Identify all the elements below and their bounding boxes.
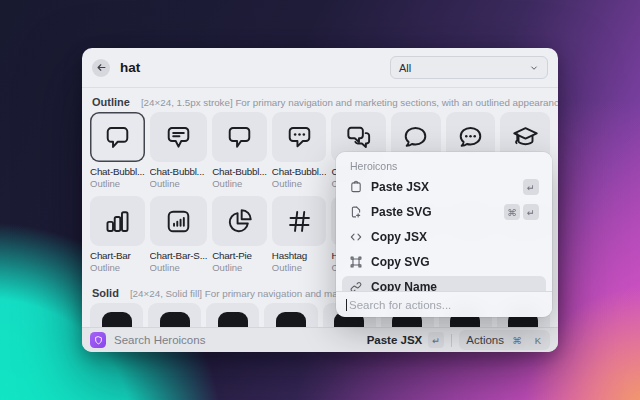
key-badge: ↵ xyxy=(523,179,539,195)
icon-result[interactable]: Chart-PieOutline xyxy=(212,196,267,273)
menu-item-label: Copy SVG xyxy=(371,255,430,269)
icon-name: Chart-Pie xyxy=(212,250,267,261)
clipboard-icon xyxy=(349,180,363,194)
app-name: Search Heroicons xyxy=(114,334,205,346)
section-header: Outline[24×24, 1.5px stroke] For primary… xyxy=(92,96,548,108)
actions-search-input[interactable] xyxy=(349,299,542,311)
clipboard-icon xyxy=(349,180,363,194)
icon-style: Outline xyxy=(90,178,145,189)
chevron-down-icon xyxy=(529,63,539,73)
search-input[interactable] xyxy=(120,60,380,75)
selection-frame-icon xyxy=(349,255,363,269)
icon-style: Outline xyxy=(272,262,327,273)
enter-key-badge: ↵ xyxy=(428,332,444,348)
text-caret xyxy=(346,299,347,311)
chat-bubble-bottom-center-text-icon xyxy=(164,123,193,152)
key-badge: ↵ xyxy=(523,204,539,220)
icon-style: Outline xyxy=(212,262,267,273)
key-badge: ⌘ xyxy=(504,204,520,220)
actions-button[interactable]: Actions ⌘ K xyxy=(459,330,550,350)
icon-name: Chat-Bubbl... xyxy=(90,166,145,177)
cmd-key-badge: ⌘ xyxy=(509,332,525,348)
chat-bubble-left-right-icon xyxy=(344,123,373,152)
actions-menu: Heroicons Paste JSX↵Paste SVG⌘↵Copy JSXC… xyxy=(336,152,552,317)
actions-menu-list: Heroicons Paste JSX↵Paste SVG⌘↵Copy JSXC… xyxy=(336,152,552,291)
icon-result[interactable]: Chat-Bubbl...Outline xyxy=(90,112,145,189)
k-key-badge: K xyxy=(530,332,546,348)
solid-icon-shape xyxy=(102,312,132,327)
filter-dropdown[interactable]: All xyxy=(390,56,548,79)
raycast-window: All Outline[24×24, 1.5px stroke] For pri… xyxy=(82,48,558,352)
icon-name: Chat-Bubbl... xyxy=(272,166,327,177)
icon-style: Outline xyxy=(150,262,208,273)
icon-style: Outline xyxy=(150,178,208,189)
section-meta: [24×24, 1.5px stroke] For primary naviga… xyxy=(141,97,558,108)
menu-item-copy-jsx[interactable]: Copy JSX xyxy=(342,226,546,248)
chat-bubble-left-ellipsis-icon xyxy=(285,123,314,152)
document-plus-icon xyxy=(349,205,363,219)
menu-item-label: Paste SVG xyxy=(371,205,432,219)
actions-search-row xyxy=(336,291,552,317)
icon-result[interactable]: Chat-Bubbl...Outline xyxy=(212,112,267,189)
icon-result[interactable]: Chat-Bubbl...Outline xyxy=(272,112,327,189)
icon-result[interactable] xyxy=(90,303,143,327)
menu-item-label: Paste JSX xyxy=(371,180,429,194)
menu-item-paste-svg[interactable]: Paste SVG⌘↵ xyxy=(342,201,546,223)
menu-item-label: Copy JSX xyxy=(371,230,427,244)
icon-result[interactable] xyxy=(206,303,259,327)
menu-section-header: Heroicons xyxy=(350,160,538,172)
actions-label: Actions xyxy=(466,334,504,346)
selection-frame-icon xyxy=(349,255,363,269)
hashtag-icon xyxy=(285,207,314,236)
academic-cap-icon xyxy=(511,123,540,152)
status-bar-actions: Paste JSX ↵ Actions ⌘ K xyxy=(367,330,550,350)
chart-pie-icon xyxy=(225,207,254,236)
primary-action-button[interactable]: Paste JSX ↵ xyxy=(367,332,445,348)
link-icon xyxy=(349,280,363,291)
icon-name: Chart-Bar-S... xyxy=(150,250,208,261)
icon-name: Hashtag xyxy=(272,250,327,261)
chat-bubble-oval-left-ellipsis-icon xyxy=(456,123,485,152)
filter-value: All xyxy=(399,62,411,74)
section-title: Solid xyxy=(92,287,119,299)
solid-icon-shape xyxy=(160,312,190,327)
code-bracket-icon xyxy=(349,230,363,244)
solid-icon-shape xyxy=(276,312,306,327)
section-title: Outline xyxy=(92,96,130,108)
back-button[interactable] xyxy=(92,59,110,77)
chart-bar-square-icon xyxy=(164,207,193,236)
shield-icon xyxy=(93,335,104,346)
chat-bubble-oval-left-icon xyxy=(401,123,430,152)
code-bracket-icon xyxy=(349,230,363,244)
link-icon xyxy=(349,280,363,291)
icon-style: Outline xyxy=(90,262,145,273)
icon-style: Outline xyxy=(272,178,327,189)
icon-result[interactable]: HashtagOutline xyxy=(272,196,327,273)
icon-result[interactable] xyxy=(264,303,317,327)
icon-style: Outline xyxy=(212,178,267,189)
primary-action-label: Paste JSX xyxy=(367,334,423,346)
icon-result[interactable]: Chart-Bar-S...Outline xyxy=(150,196,208,273)
menu-item-label: Copy Name xyxy=(371,280,437,291)
solid-icon-shape xyxy=(218,312,248,327)
chart-bar-icon xyxy=(103,207,132,236)
icon-result[interactable]: Chart-BarOutline xyxy=(90,196,145,273)
chat-bubble-left-icon xyxy=(103,123,132,152)
document-plus-icon xyxy=(349,205,363,219)
menu-item-copy-svg[interactable]: Copy SVG xyxy=(342,251,546,273)
desktop-background: All Outline[24×24, 1.5px stroke] For pri… xyxy=(0,0,640,400)
status-bar: Search Heroicons Paste JSX ↵ Actions ⌘ K xyxy=(82,327,558,352)
icon-result[interactable]: Chat-Bubbl...Outline xyxy=(150,112,208,189)
menu-item-copy-name[interactable]: Copy Name xyxy=(342,276,546,291)
arrow-left-icon xyxy=(96,62,107,73)
menu-item-paste-jsx[interactable]: Paste JSX↵ xyxy=(342,176,546,198)
search-bar: All xyxy=(82,48,558,88)
chat-bubble-bottom-center-icon xyxy=(225,123,254,152)
heroicons-logo xyxy=(90,332,106,348)
divider xyxy=(451,334,452,347)
icon-name: Chat-Bubbl... xyxy=(212,166,267,177)
icon-name: Chat-Bubbl... xyxy=(150,166,208,177)
icon-name: Chart-Bar xyxy=(90,250,145,261)
icon-result[interactable] xyxy=(148,303,201,327)
